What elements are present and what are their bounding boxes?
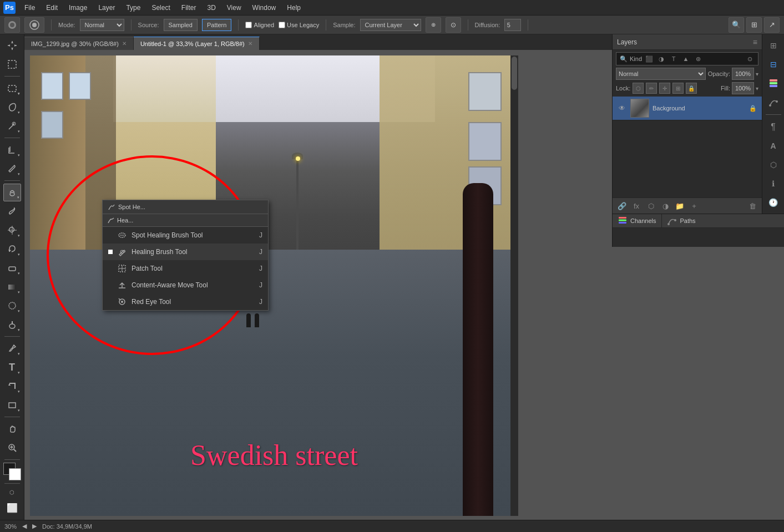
delete-layer-btn[interactable]: 🗑 — [746, 200, 758, 212]
tool-path-select[interactable]: ▾ — [3, 377, 21, 395]
menu-edit[interactable]: Edit — [42, 3, 62, 13]
aligned-checkbox[interactable]: Aligned — [245, 22, 274, 28]
color-swatches[interactable] — [3, 463, 21, 480]
tool-crop[interactable]: ▾ — [3, 141, 21, 159]
channels-tab[interactable]: Channels — [613, 214, 662, 227]
canvas-image[interactable]: Swedish street Spot He... — [30, 55, 518, 516]
sample-select[interactable]: Current Layer — [360, 19, 421, 31]
menu-content-aware[interactable]: Content-Aware Move Tool J — [103, 277, 268, 293]
menu-help[interactable]: Help — [282, 3, 305, 13]
menu-window[interactable]: Window — [248, 3, 281, 13]
add-adjustment-btn[interactable]: ◑ — [659, 200, 671, 212]
lock-paint-btn[interactable]: ✏ — [646, 83, 657, 94]
tab-untitled[interactable]: Untitled-1 @ 33,3% (Layer 1, RGB/8#) ✕ — [134, 37, 260, 50]
layer-eye-background[interactable]: 👁 — [617, 103, 627, 113]
diffusion-input[interactable] — [504, 19, 521, 31]
align-btn[interactable]: ⊙ — [446, 17, 461, 33]
menu-view[interactable]: View — [222, 3, 246, 13]
opacity-input[interactable] — [732, 68, 754, 80]
properties-btn[interactable]: ⊞ — [766, 38, 781, 53]
paths-icon-btn[interactable] — [766, 94, 781, 110]
paths-tab[interactable]: Paths — [662, 214, 701, 227]
filter-toggle[interactable]: ⊙ — [745, 54, 755, 64]
link-layers-btn[interactable]: 🔗 — [616, 200, 628, 212]
scrollbar-thumb[interactable] — [512, 57, 517, 90]
tool-pen[interactable]: ▾ — [3, 340, 21, 357]
tool-type[interactable]: T▾ — [3, 358, 21, 376]
nav-prev[interactable]: ◀ — [22, 523, 27, 530]
background-color[interactable] — [9, 468, 21, 480]
tool-dodge[interactable]: ▾ — [3, 316, 21, 333]
fill-input[interactable] — [732, 82, 754, 94]
menu-type[interactable]: Type — [122, 3, 145, 13]
filter-type-icon[interactable]: T — [669, 54, 679, 64]
menu-healing-brush[interactable]: Healing Brush Tool J — [103, 244, 268, 260]
tool-artboard[interactable] — [3, 55, 21, 73]
layers-search[interactable]: 🔍 Kind ⬛ ◑ T ▲ ⊛ ⊙ — [616, 52, 758, 65]
menu-red-eye[interactable]: Red Eye Tool J — [103, 293, 268, 310]
add-group-btn[interactable]: 📁 — [674, 200, 686, 212]
filter-shape-icon[interactable]: ▲ — [681, 54, 691, 64]
filter-adj-icon[interactable]: ◑ — [656, 54, 666, 64]
swatches-btn[interactable]: ⬡ — [766, 157, 781, 173]
lock-all-btn[interactable]: 🔒 — [686, 83, 697, 94]
layers-btn[interactable]: ⊟ — [766, 57, 781, 72]
brush-size-btn[interactable] — [24, 17, 44, 33]
lock-move-btn[interactable]: ✛ — [659, 83, 670, 94]
tool-move[interactable] — [3, 37, 21, 54]
tool-healing[interactable]: ▾ — [3, 184, 21, 201]
menu-layer[interactable]: Layer — [94, 3, 119, 13]
screen-mode-btn[interactable]: ⬜ — [3, 499, 21, 516]
source-sampled-btn[interactable]: Sampled — [164, 19, 198, 31]
layers-panel-menu[interactable]: ≡ — [753, 38, 757, 47]
character-btn[interactable]: A — [766, 138, 781, 154]
export-btn[interactable]: ↗ — [764, 17, 780, 33]
tool-hand[interactable] — [3, 420, 21, 438]
tool-eraser[interactable]: ▾ — [3, 259, 21, 277]
tool-eyedropper[interactable]: ▾ — [3, 160, 21, 178]
tab-close-1[interactable]: ✕ — [122, 40, 127, 47]
add-style-btn[interactable]: fx — [630, 200, 643, 212]
tool-rectangle[interactable]: ▾ — [3, 396, 21, 414]
filter-smart-icon[interactable]: ⊛ — [693, 54, 703, 64]
tool-blur[interactable]: ▾ — [3, 297, 21, 315]
filter-pixel-icon[interactable]: ⬛ — [644, 54, 654, 64]
lock-transparent-btn[interactable]: ⬡ — [633, 83, 644, 94]
paragraph-btn[interactable]: ¶ — [766, 119, 781, 135]
tool-lasso[interactable]: ▾ — [3, 98, 21, 116]
tool-preset-picker[interactable] — [4, 17, 20, 33]
menu-select[interactable]: Select — [147, 3, 174, 13]
channels-icon-btn[interactable] — [766, 75, 781, 91]
menu-patch-tool[interactable]: Patch Tool J — [103, 260, 268, 277]
menu-file[interactable]: File — [20, 3, 39, 13]
tool-zoom[interactable] — [3, 439, 21, 457]
add-layer-btn[interactable]: + — [688, 200, 700, 212]
tool-brush[interactable] — [3, 202, 21, 220]
tab-img1299[interactable]: IMG_1299.jpg @ 30% (RGB/8#) ✕ — [24, 37, 134, 50]
sample-all-layers-btn[interactable]: ⊕ — [426, 17, 441, 33]
quick-mask-btn[interactable]: ⬡ — [3, 487, 21, 498]
blend-mode-select[interactable]: Normal — [616, 68, 706, 80]
tab-close-2[interactable]: ✕ — [248, 40, 252, 47]
zoom-in-btn[interactable]: 🔍 — [729, 17, 744, 33]
add-mask-btn[interactable]: ⬡ — [645, 200, 657, 212]
menu-image[interactable]: Image — [64, 3, 92, 13]
tool-history-brush[interactable]: ▾ — [3, 240, 21, 258]
lock-artboard-btn[interactable]: ⊞ — [672, 83, 684, 94]
source-pattern-btn[interactable]: Pattern — [202, 19, 231, 31]
nav-next[interactable]: ▶ — [32, 523, 37, 530]
mode-select[interactable]: Normal — [80, 19, 124, 31]
menu-filter[interactable]: Filter — [177, 3, 201, 13]
tool-gradient[interactable]: ▾ — [3, 278, 21, 296]
vertical-scrollbar[interactable] — [510, 55, 518, 516]
tool-clone-stamp[interactable]: ▾ — [3, 221, 21, 239]
menu-spot-healing[interactable]: Spot Healing Brush Tool J — [103, 227, 268, 244]
info-btn[interactable]: ℹ — [766, 176, 781, 191]
arrange-btn[interactable]: ⊞ — [746, 17, 762, 33]
tool-magic-wand[interactable]: ▾ — [3, 117, 21, 135]
tool-marquee[interactable]: ▾▾ — [3, 79, 21, 97]
use-legacy-checkbox[interactable]: Use Legacy — [279, 22, 319, 28]
layer-item-background[interactable]: 👁 Background 🔒 — [613, 97, 762, 120]
history-btn[interactable]: 🕐 — [766, 195, 781, 210]
menu-3d[interactable]: 3D — [203, 3, 220, 13]
